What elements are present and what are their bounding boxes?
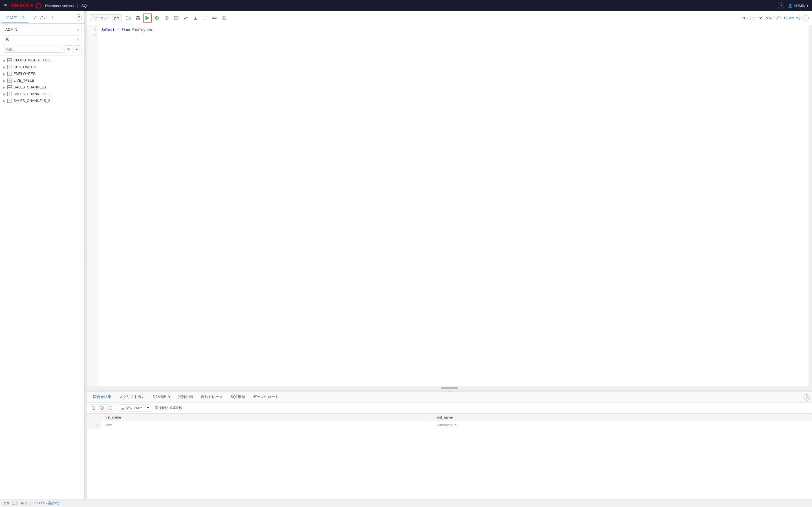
stop-button[interactable] bbox=[162, 13, 171, 22]
list-item[interactable]: ▶ CLOUD_INGEST_LOG bbox=[0, 57, 84, 64]
topbar-help-icon[interactable]: ? bbox=[777, 2, 784, 9]
list-item[interactable]: ▶ SALES_CHANNELS bbox=[0, 84, 84, 91]
format-button[interactable] bbox=[200, 13, 209, 22]
font-caret-icon: ▾ bbox=[216, 17, 217, 19]
editor-vertical-scrollbar[interactable] bbox=[809, 25, 812, 386]
list-item[interactable]: ▶ EMPLOYEES bbox=[0, 70, 84, 77]
warning-status: △ 0 bbox=[12, 501, 17, 505]
download-icon bbox=[193, 16, 197, 20]
save-icon bbox=[136, 16, 140, 20]
row-number-header bbox=[87, 414, 101, 421]
tab-navigator[interactable]: ナビゲータ bbox=[2, 12, 29, 23]
editor-horizontal-scrollbar[interactable] bbox=[87, 386, 812, 390]
row-number-cell: 1 bbox=[87, 421, 101, 429]
results-toolbar-separator bbox=[116, 405, 116, 411]
tab-autotrace[interactable]: 自動トレース bbox=[197, 392, 227, 402]
font-button[interactable]: Aa ▾ bbox=[210, 13, 219, 22]
content-area: [ワークシート]* ▾ bbox=[87, 11, 812, 499]
tree-item-label: LIVE_TABLE bbox=[13, 78, 34, 82]
share-icon bbox=[796, 15, 801, 20]
tree-expand-icon: ▶ bbox=[3, 100, 6, 103]
status-time-link[interactable]: 1:14:05 - 合計1行 bbox=[34, 501, 60, 505]
tab-query-result[interactable]: 問合せ結果 bbox=[89, 392, 115, 402]
table-header-row: first_name last_name bbox=[87, 414, 812, 421]
svg-rect-19 bbox=[223, 16, 225, 17]
tab-worksheet[interactable]: ワークシート bbox=[29, 12, 58, 23]
schema-dropdown[interactable]: ADMIN ▾ bbox=[3, 26, 82, 33]
list-item[interactable]: ▶ LIVE_TABLE bbox=[0, 77, 84, 84]
sidebar-resize-handle[interactable]: ⋮ bbox=[85, 11, 87, 499]
tree-list: ▶ CLOUD_INGEST_LOG ▶ CUSTOMERS ▶ bbox=[0, 56, 84, 499]
tab-sql-history[interactable]: SQL履歴 bbox=[227, 392, 249, 402]
list-item[interactable]: ▶ SALES_CHANNELS_2 bbox=[0, 98, 84, 104]
clear-button[interactable] bbox=[220, 13, 229, 22]
exec-time-label: 実行時間: 0.002秒 bbox=[155, 406, 182, 410]
search-input[interactable] bbox=[3, 46, 63, 53]
consumer-share-icon[interactable] bbox=[796, 15, 801, 21]
download-caret-icon: ▾ bbox=[147, 406, 149, 410]
list-item[interactable]: ▶ CUSTOMERS bbox=[0, 64, 84, 70]
autotrace-button[interactable] bbox=[181, 13, 190, 22]
tree-expand-icon: ▶ bbox=[3, 79, 6, 82]
run-play-icon bbox=[146, 16, 149, 20]
open-button[interactable] bbox=[124, 13, 133, 22]
svg-point-0 bbox=[36, 3, 41, 8]
results-delete-button[interactable] bbox=[90, 404, 97, 411]
table-icon bbox=[7, 72, 12, 76]
run-script-button[interactable] bbox=[153, 13, 161, 22]
sidebar-help-icon[interactable]: ? bbox=[76, 14, 82, 20]
refresh-button[interactable]: ↻ bbox=[64, 45, 72, 53]
cell-first-name: John bbox=[101, 421, 433, 429]
download-small-icon bbox=[121, 406, 124, 409]
main-container: ナビゲータ ワークシート ? ADMIN ▾ 表 ▾ ↻ ⋯ bbox=[0, 11, 812, 499]
download-button[interactable] bbox=[191, 13, 200, 22]
top-bar: ☰ ORACLE Database Actions | SQL ? 👤 ADMI… bbox=[0, 0, 812, 11]
user-menu[interactable]: 👤 ADMIN ▾ bbox=[788, 3, 809, 8]
sidebar-controls: ADMIN ▾ 表 ▾ ↻ ⋯ bbox=[0, 24, 84, 56]
table-icon bbox=[7, 58, 12, 62]
more-options-button[interactable]: ⋯ bbox=[73, 45, 82, 53]
separator: | bbox=[77, 4, 78, 8]
object-type-dropdown[interactable]: 表 ▾ bbox=[3, 35, 82, 43]
list-item[interactable]: ▶ SALES_CHANNELS_1 bbox=[0, 91, 84, 98]
settings-count: 0 bbox=[25, 502, 27, 505]
tree-item-label: SALES_CHANNELS_1 bbox=[13, 92, 50, 96]
consumer-group-value[interactable]: LOW ▾ bbox=[784, 16, 794, 20]
tree-item-label: CLOUD_INGEST_LOG bbox=[13, 58, 50, 62]
svg-marker-6 bbox=[156, 17, 158, 19]
cell-last-name: Autonomous bbox=[433, 421, 812, 429]
svg-point-23 bbox=[799, 16, 800, 17]
results-download-button[interactable]: ダウンロード ▾ bbox=[119, 404, 151, 411]
save-button[interactable] bbox=[133, 13, 142, 22]
horizontal-resize-handle[interactable] bbox=[87, 390, 812, 392]
oracle-text: ORACLE bbox=[11, 3, 34, 9]
menu-icon[interactable]: ☰ bbox=[3, 3, 7, 8]
results-expand-button[interactable] bbox=[107, 404, 114, 411]
tab-data-load[interactable]: データのロード bbox=[249, 392, 283, 402]
app-title: Database Actions bbox=[45, 4, 73, 8]
code-editor[interactable]: Select * from Employees; bbox=[98, 25, 809, 386]
tab-dbms-output[interactable]: DBMS出力 bbox=[149, 392, 174, 402]
results-info-button[interactable] bbox=[98, 404, 105, 411]
object-type-label: 表 bbox=[5, 37, 9, 42]
settings-icon: ⚙ bbox=[21, 501, 24, 505]
run-button[interactable] bbox=[143, 13, 152, 22]
results-toolbar: ダウンロード ▾ 実行時間: 0.002秒 bbox=[87, 402, 812, 413]
tab-explain-plan[interactable]: 実行計画 bbox=[174, 392, 197, 402]
toolbar: [ワークシート]* ▾ bbox=[87, 11, 812, 25]
svg-rect-8 bbox=[166, 17, 167, 19]
tree-item-label: EMPLOYEES bbox=[13, 72, 35, 76]
status-bar: ⊗ 0 △ 0 ⚙ 0 | 1:14:05 - 合計1行 bbox=[0, 499, 812, 507]
tree-expand-icon: ▶ bbox=[3, 93, 6, 96]
error-count: 0 bbox=[7, 502, 9, 505]
worksheet-dropdown[interactable]: [ワークシート]* ▾ bbox=[90, 14, 121, 22]
line-numbers: 1 2 bbox=[87, 25, 98, 386]
table-icon bbox=[7, 86, 12, 89]
table-icon bbox=[7, 99, 12, 103]
results-table: first_name last_name 1 John Autonomous bbox=[87, 413, 812, 429]
tab-script-output[interactable]: スクリプト出力 bbox=[115, 392, 149, 402]
toolbar-help-icon[interactable]: ? bbox=[802, 15, 809, 21]
results-help-icon[interactable]: ? bbox=[804, 394, 810, 400]
folder-icon bbox=[126, 16, 131, 20]
explain-plan-button[interactable] bbox=[172, 13, 181, 22]
